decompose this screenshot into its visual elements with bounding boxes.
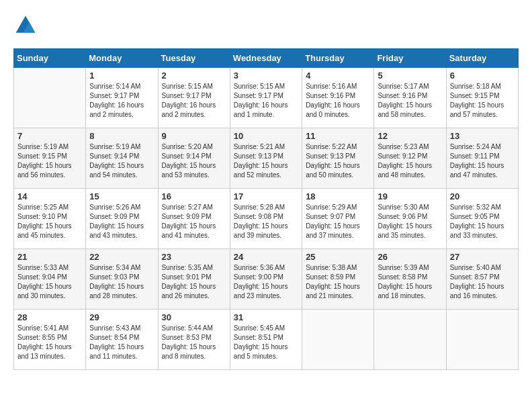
calendar-cell: 11Sunrise: 5:22 AM Sunset: 9:13 PM Dayli… xyxy=(302,128,374,189)
calendar-cell: 16Sunrise: 5:27 AM Sunset: 9:09 PM Dayli… xyxy=(158,189,230,249)
day-info: Sunrise: 5:35 AM Sunset: 9:01 PM Dayligh… xyxy=(162,263,226,301)
day-info: Sunrise: 5:18 AM Sunset: 9:15 PM Dayligh… xyxy=(450,82,515,120)
calendar-cell: 3Sunrise: 5:15 AM Sunset: 9:17 PM Daylig… xyxy=(230,68,302,128)
day-number: 14 xyxy=(17,191,82,201)
day-info: Sunrise: 5:22 AM Sunset: 9:13 PM Dayligh… xyxy=(306,142,370,180)
day-info: Sunrise: 5:19 AM Sunset: 9:15 PM Dayligh… xyxy=(17,142,82,180)
day-number: 11 xyxy=(306,131,370,141)
day-number: 8 xyxy=(89,131,154,141)
day-number: 2 xyxy=(162,71,226,81)
calendar-cell: 8Sunrise: 5:19 AM Sunset: 9:14 PM Daylig… xyxy=(86,128,158,189)
calendar-cell: 24Sunrise: 5:36 AM Sunset: 9:00 PM Dayli… xyxy=(230,249,302,310)
day-number: 6 xyxy=(450,71,515,81)
day-info: Sunrise: 5:39 AM Sunset: 8:58 PM Dayligh… xyxy=(378,263,442,301)
calendar-cell: 29Sunrise: 5:43 AM Sunset: 8:54 PM Dayli… xyxy=(86,310,158,370)
calendar-cell: 13Sunrise: 5:24 AM Sunset: 9:11 PM Dayli… xyxy=(446,128,518,189)
day-info: Sunrise: 5:25 AM Sunset: 9:10 PM Dayligh… xyxy=(17,203,82,240)
day-info: Sunrise: 5:23 AM Sunset: 9:12 PM Dayligh… xyxy=(378,142,442,180)
day-number: 29 xyxy=(89,312,154,322)
day-number: 22 xyxy=(89,252,154,262)
day-info: Sunrise: 5:19 AM Sunset: 9:14 PM Dayligh… xyxy=(89,142,154,180)
day-info: Sunrise: 5:40 AM Sunset: 8:57 PM Dayligh… xyxy=(450,263,515,301)
header-day: Friday xyxy=(374,49,446,68)
day-number: 10 xyxy=(234,131,298,141)
day-info: Sunrise: 5:38 AM Sunset: 8:59 PM Dayligh… xyxy=(306,263,370,301)
calendar-cell: 12Sunrise: 5:23 AM Sunset: 9:12 PM Dayli… xyxy=(374,128,446,189)
calendar-cell: 15Sunrise: 5:26 AM Sunset: 9:09 PM Dayli… xyxy=(86,189,158,249)
calendar-cell: 23Sunrise: 5:35 AM Sunset: 9:01 PM Dayli… xyxy=(158,249,230,310)
day-info: Sunrise: 5:36 AM Sunset: 9:00 PM Dayligh… xyxy=(234,263,298,301)
calendar-cell: 20Sunrise: 5:32 AM Sunset: 9:05 PM Dayli… xyxy=(446,189,518,249)
calendar-cell: 27Sunrise: 5:40 AM Sunset: 8:57 PM Dayli… xyxy=(446,249,518,310)
day-number: 23 xyxy=(162,252,226,262)
day-number: 13 xyxy=(450,131,515,141)
day-info: Sunrise: 5:32 AM Sunset: 9:05 PM Dayligh… xyxy=(450,203,515,240)
calendar-cell: 18Sunrise: 5:29 AM Sunset: 9:07 PM Dayli… xyxy=(302,189,374,249)
calendar-cell: 28Sunrise: 5:41 AM Sunset: 8:55 PM Dayli… xyxy=(14,310,86,370)
calendar-cell: 17Sunrise: 5:28 AM Sunset: 9:08 PM Dayli… xyxy=(230,189,302,249)
day-info: Sunrise: 5:30 AM Sunset: 9:06 PM Dayligh… xyxy=(378,203,442,240)
day-number: 20 xyxy=(450,191,515,201)
day-number: 24 xyxy=(234,252,298,262)
calendar-table: SundayMondayTuesdayWednesdayThursdayFrid… xyxy=(13,48,519,370)
calendar-week-row: 1Sunrise: 5:14 AM Sunset: 9:17 PM Daylig… xyxy=(14,68,519,128)
day-number: 1 xyxy=(89,71,154,81)
header-day: Wednesday xyxy=(230,49,302,68)
header-day: Monday xyxy=(86,49,158,68)
day-number: 12 xyxy=(378,131,442,141)
day-info: Sunrise: 5:45 AM Sunset: 8:51 PM Dayligh… xyxy=(234,324,298,361)
day-number: 17 xyxy=(234,191,298,201)
calendar-cell: 25Sunrise: 5:38 AM Sunset: 8:59 PM Dayli… xyxy=(302,249,374,310)
day-number: 21 xyxy=(17,252,82,262)
day-number: 15 xyxy=(89,191,154,201)
day-number: 28 xyxy=(17,312,82,322)
calendar-week-row: 21Sunrise: 5:33 AM Sunset: 9:04 PM Dayli… xyxy=(14,249,519,310)
day-info: Sunrise: 5:21 AM Sunset: 9:13 PM Dayligh… xyxy=(234,142,298,180)
day-info: Sunrise: 5:15 AM Sunset: 9:17 PM Dayligh… xyxy=(162,82,226,120)
calendar-cell: 19Sunrise: 5:30 AM Sunset: 9:06 PM Dayli… xyxy=(374,189,446,249)
calendar-cell: 6Sunrise: 5:18 AM Sunset: 9:15 PM Daylig… xyxy=(446,68,518,128)
calendar-cell: 10Sunrise: 5:21 AM Sunset: 9:13 PM Dayli… xyxy=(230,128,302,189)
calendar-cell xyxy=(446,310,518,370)
day-info: Sunrise: 5:33 AM Sunset: 9:04 PM Dayligh… xyxy=(17,263,82,301)
calendar-cell: 30Sunrise: 5:44 AM Sunset: 8:53 PM Dayli… xyxy=(158,310,230,370)
calendar-cell: 2Sunrise: 5:15 AM Sunset: 9:17 PM Daylig… xyxy=(158,68,230,128)
calendar-cell: 22Sunrise: 5:34 AM Sunset: 9:03 PM Dayli… xyxy=(86,249,158,310)
day-info: Sunrise: 5:28 AM Sunset: 9:08 PM Dayligh… xyxy=(234,203,298,240)
header-day: Sunday xyxy=(14,49,86,68)
calendar-week-row: 14Sunrise: 5:25 AM Sunset: 9:10 PM Dayli… xyxy=(14,189,519,249)
page-header xyxy=(13,13,519,38)
calendar-cell xyxy=(302,310,374,370)
calendar-cell: 26Sunrise: 5:39 AM Sunset: 8:58 PM Dayli… xyxy=(374,249,446,310)
day-number: 16 xyxy=(162,191,226,201)
day-info: Sunrise: 5:29 AM Sunset: 9:07 PM Dayligh… xyxy=(306,203,370,240)
calendar-cell: 5Sunrise: 5:17 AM Sunset: 9:16 PM Daylig… xyxy=(374,68,446,128)
day-info: Sunrise: 5:15 AM Sunset: 9:17 PM Dayligh… xyxy=(234,82,298,120)
day-info: Sunrise: 5:16 AM Sunset: 9:16 PM Dayligh… xyxy=(306,82,370,120)
day-info: Sunrise: 5:44 AM Sunset: 8:53 PM Dayligh… xyxy=(162,324,226,361)
header-day: Thursday xyxy=(302,49,374,68)
calendar-cell xyxy=(14,68,86,128)
day-number: 18 xyxy=(306,191,370,201)
day-number: 9 xyxy=(162,131,226,141)
calendar-cell: 31Sunrise: 5:45 AM Sunset: 8:51 PM Dayli… xyxy=(230,310,302,370)
day-info: Sunrise: 5:27 AM Sunset: 9:09 PM Dayligh… xyxy=(162,203,226,240)
calendar-week-row: 7Sunrise: 5:19 AM Sunset: 9:15 PM Daylig… xyxy=(14,128,519,189)
header-day: Saturday xyxy=(446,49,518,68)
calendar-cell xyxy=(374,310,446,370)
header-row: SundayMondayTuesdayWednesdayThursdayFrid… xyxy=(14,49,519,68)
header-day: Tuesday xyxy=(158,49,230,68)
logo-icon xyxy=(13,13,38,38)
calendar-cell: 1Sunrise: 5:14 AM Sunset: 9:17 PM Daylig… xyxy=(86,68,158,128)
logo xyxy=(13,13,40,38)
calendar-cell: 4Sunrise: 5:16 AM Sunset: 9:16 PM Daylig… xyxy=(302,68,374,128)
day-info: Sunrise: 5:34 AM Sunset: 9:03 PM Dayligh… xyxy=(89,263,154,301)
day-number: 26 xyxy=(378,252,442,262)
day-number: 31 xyxy=(234,312,298,322)
calendar-cell: 14Sunrise: 5:25 AM Sunset: 9:10 PM Dayli… xyxy=(14,189,86,249)
day-number: 7 xyxy=(17,131,82,141)
day-info: Sunrise: 5:17 AM Sunset: 9:16 PM Dayligh… xyxy=(378,82,442,120)
day-info: Sunrise: 5:26 AM Sunset: 9:09 PM Dayligh… xyxy=(89,203,154,240)
calendar-week-row: 28Sunrise: 5:41 AM Sunset: 8:55 PM Dayli… xyxy=(14,310,519,370)
day-number: 25 xyxy=(306,252,370,262)
